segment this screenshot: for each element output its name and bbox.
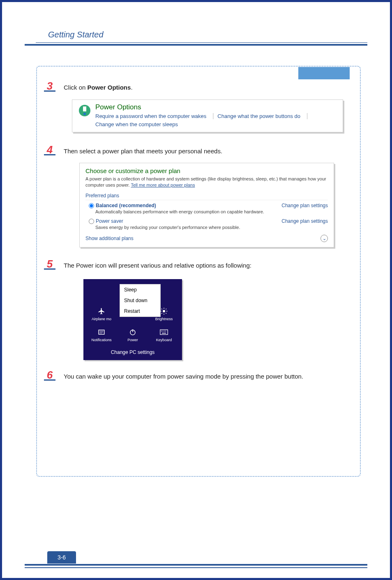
tile-airplane-mode[interactable]: Airplane mo [89, 307, 114, 321]
plan-powersaver-desc: Saves energy by reducing your computer's… [85, 225, 328, 230]
tile-notifications[interactable]: Notifications [89, 328, 114, 342]
svg-rect-22 [165, 331, 166, 332]
step-4-text: Then select a power plan that meets your… [64, 146, 354, 157]
header-rule-thick [25, 44, 367, 46]
airplane-icon [89, 307, 114, 316]
show-additional-plans-row: Show additional plans ⌄ [85, 235, 328, 242]
power-plan-title: Choose or customize a power plan [85, 167, 328, 174]
power-plan-panel: Choose or customize a power plan A power… [79, 163, 334, 247]
plan-balanced-row: Balanced (recommended) Change plan setti… [85, 203, 328, 208]
step-4: 4 Then select a power plan that meets yo… [43, 144, 354, 248]
power-options-category-icon [77, 103, 92, 118]
svg-point-3 [163, 310, 165, 312]
link-change-pc-settings[interactable]: Change PC settings [83, 347, 182, 360]
svg-rect-23 [162, 333, 166, 334]
step-6-text: You can wake up your computer from power… [64, 371, 354, 383]
power-plan-description: A power plan is a collection of hardware… [85, 176, 328, 189]
step-number-3: 3 [44, 80, 55, 92]
plan-powersaver-row: Power saver Change plan settings [85, 218, 328, 224]
svg-rect-19 [161, 331, 162, 332]
divider [85, 200, 328, 200]
power-options-panel: Power Options Require a password when th… [72, 99, 343, 132]
svg-rect-18 [160, 330, 168, 335]
link-computer-sleeps[interactable]: Change when the computer sleeps [95, 121, 178, 127]
separator: | [212, 112, 214, 119]
footer-rule-thin [25, 567, 367, 568]
svg-rect-21 [164, 331, 165, 332]
tile-brightness[interactable]: Brightness [152, 307, 176, 321]
svg-line-8 [161, 309, 162, 310]
step-number-6: 6 [44, 369, 55, 381]
page-header-title: Getting Started [48, 30, 104, 39]
plan-balanced-desc: Automatically balances performance with … [85, 209, 328, 214]
radio-balanced-input[interactable] [89, 203, 94, 208]
step-6: 6 You can wake up your computer from pow… [43, 369, 354, 383]
radio-powersaver-input[interactable] [89, 219, 94, 224]
svg-point-2 [83, 113, 86, 115]
svg-line-11 [166, 309, 167, 310]
step-5: 5 The Power icon will present various an… [43, 258, 354, 360]
menu-shutdown[interactable]: Shut down [120, 295, 160, 306]
radio-balanced[interactable]: Balanced (recommended) [89, 203, 156, 208]
brightness-icon [152, 307, 176, 316]
power-options-title[interactable]: Power Options [95, 103, 310, 111]
svg-rect-20 [163, 331, 164, 332]
keyboard-icon [152, 328, 176, 337]
step-5-text: The Power icon will present various and … [64, 260, 354, 272]
expand-button[interactable]: ⌄ [321, 235, 328, 242]
page-number-badge: 3-6 [47, 551, 76, 564]
step-3: 3 Click on Power Options. Power Options … [43, 80, 354, 132]
step-number-4: 4 [44, 144, 55, 155]
show-additional-plans-label: Show additional plans [85, 236, 134, 241]
power-icon [120, 328, 145, 337]
brand-tab [298, 67, 350, 79]
step-3-text: Click on Power Options. [64, 82, 354, 94]
charms-settings-panel: Sleep Shut down Restart Airplane mo [83, 279, 182, 360]
link-change-settings-powersaver[interactable]: Change plan settings [281, 218, 328, 224]
svg-line-9 [166, 313, 167, 314]
step-number-5: 5 [44, 258, 55, 270]
footer-rule-thick [25, 564, 367, 566]
tile-keyboard[interactable]: Keyboard [152, 328, 176, 342]
preferred-plans-label: Preferred plans [85, 193, 328, 199]
tile-power[interactable]: Power [120, 328, 145, 342]
link-require-password[interactable]: Require a password when the computer wak… [95, 113, 206, 119]
notifications-icon [89, 328, 114, 337]
link-power-buttons[interactable]: Change what the power buttons do [217, 113, 300, 119]
separator: | [306, 112, 308, 119]
link-tell-me-more[interactable]: Tell me more about power plans [131, 183, 195, 187]
svg-line-10 [161, 313, 162, 314]
menu-sleep[interactable]: Sleep [120, 284, 160, 295]
header-rule-thin [36, 42, 367, 43]
content-frame: 3 Click on Power Options. Power Options … [36, 66, 361, 477]
radio-powersaver[interactable]: Power saver [89, 218, 123, 224]
svg-rect-1 [83, 106, 86, 111]
link-change-settings-balanced[interactable]: Change plan settings [281, 203, 328, 208]
